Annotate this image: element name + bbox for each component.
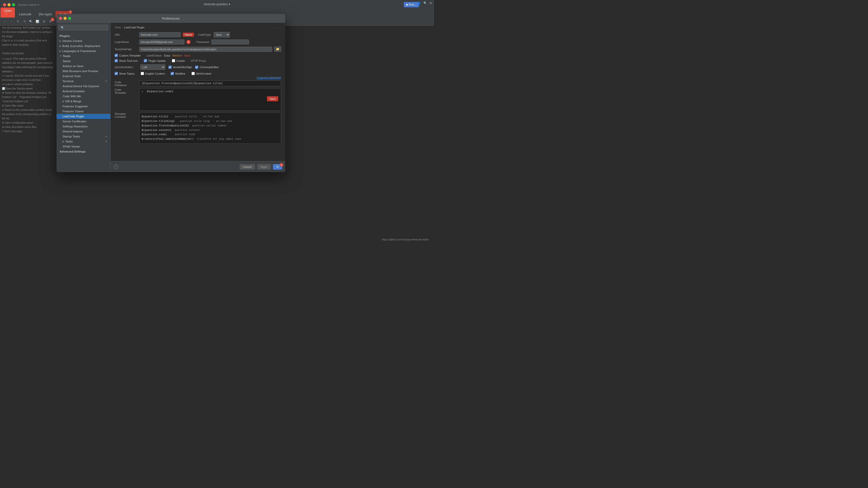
toolbar-btn-chart[interactable]: 📊 [35,19,40,24]
run-button[interactable]: ▶ Run... [404,2,419,7]
name-badge[interactable]: Name [183,33,194,37]
preferences-search-input[interactable] [59,25,108,30]
nav-features-trainer[interactable]: Features Trainer [57,109,110,114]
search-container [57,23,110,32]
nav-terminal[interactable]: Terminal ⚙ [57,79,110,84]
user-icon[interactable]: 👤 [417,1,421,5]
level-hard: Hard [184,54,190,57]
cancel-button[interactable]: Cancel [240,164,255,170]
nav-actions-on-save[interactable]: Actions on Save [57,64,110,69]
password-input[interactable] [211,39,249,44]
code-template-label: Code Template: [115,88,137,94]
nav-settings-repository[interactable]: Settings Repository [57,124,110,129]
toolbar-btn-alt-refresh[interactable]: ↺ [22,19,27,24]
nav-android-file-explorer[interactable]: Android Device File Explorer [57,84,110,89]
html-content-checkbox[interactable]: HtmlContent [191,72,211,75]
folder-browse-btn[interactable]: 📁 [274,47,281,52]
minimize-button[interactable] [7,3,10,6]
custom-config-link[interactable]: CustomConfig(help) [115,76,281,79]
code-filename-input[interactable] [139,81,281,86]
version-control-menu[interactable]: Version control ▾ [18,3,39,6]
tempfilepath-input[interactable] [139,47,272,52]
apply-button[interactable]: Apply [257,164,271,170]
search-icon[interactable]: 🔍 [424,1,427,5]
nav-web-browsers[interactable]: Web Browsers and Preview [57,69,110,73]
github-link[interactable]: https://github.com/shuzijun/leetcode-edi… [382,238,429,241]
codetype-select[interactable]: Java Python C++ [214,32,230,37]
nav-server-certificates[interactable]: Server Certificates [57,119,110,124]
custom-template-checkbox[interactable]: Custom Template [115,54,141,57]
multiline-checkbox[interactable]: Multiline [170,72,185,75]
help-icon-btn[interactable]: ? [114,164,118,169]
toolbar-btn-back[interactable]: ← [2,19,7,24]
code-filename-label: Code FileName: [115,81,137,87]
toolbar-btn-refresh[interactable]: ↻ [15,19,21,24]
url-input[interactable] [139,32,181,37]
nav-version-control[interactable]: ▶ Version Control [57,38,110,43]
nav-startup-tasks[interactable]: Startup Tasks ⚙ [57,134,110,139]
toolbar-btn-forward[interactable]: → [8,19,14,24]
browsing-text: You are browsing "All Problem List" wind… [2,26,55,30]
converge-editor-checkbox[interactable]: ConvergeEditor [195,66,219,69]
maximize-button[interactable] [12,3,15,6]
ide-tip-login: ↪ Log in. (The login accounts of the two… [2,57,55,73]
nav-shared-indexes[interactable]: Shared Indexes [57,129,110,134]
nav-tasks[interactable]: ▶ Tasks ⚙ [57,139,110,144]
pref-traffic-lights [59,17,71,20]
save-button[interactable]: Save [267,96,278,101]
english-content-checkbox[interactable]: English Content [141,72,165,75]
tab-open-badge: 1 [4,11,8,15]
level-colour-label: LevelColour: [147,54,162,57]
load-text: Click ↻ or ↺ to load questions,Click ⇄ t… [2,38,55,47]
url-label: URL: [115,33,137,36]
tab-nologin[interactable]: [No login] [35,11,55,18]
plugin-update-checkbox[interactable]: Plugin Update [144,59,165,62]
settings-icon[interactable]: ⚙ [430,1,432,5]
question-editor-select[interactable]: Left Right [140,64,165,70]
codetype-label: CodeType: [198,33,211,36]
tab-open[interactable]: Open 1 [0,7,15,18]
nav-diff-merge[interactable]: ▶ Diff & Merge [57,99,110,104]
ide-tip-switch: ⇄ Switch to other list windows, includin… [2,91,55,103]
nav-space[interactable]: Space [57,59,110,64]
breadcrumb-forward-btn[interactable]: → [278,26,281,29]
tc-row-code: ${question.code} question code [142,132,279,137]
breadcrumb-current: LeetCode Plugin [124,26,144,29]
nav-build-execution[interactable]: ▶ Build, Execution, Deployment [57,43,110,49]
loginname-row: LoginName: 3 Password: [115,39,281,44]
show-tool-icon-checkbox[interactable]: Show Tool Icon [115,59,138,62]
code-template-editor[interactable]: 1 ${question.code} [139,88,281,111]
nav-code-with-me[interactable]: Code With Me [57,94,110,99]
tc-row-title: ${question.title} question title ex:Two … [142,115,279,119]
config-badge: 2 [51,18,54,21]
nav-plugins[interactable]: Plugins [57,33,110,38]
nav-tools[interactable]: ▼ Tools [57,54,110,59]
code-template-content: ${question.code} [147,90,174,93]
template-constant-label: Template Constant: [115,112,137,118]
pref-min-btn[interactable] [64,17,67,20]
nav-languages-frameworks[interactable]: ▶ Languages & Frameworks [57,49,110,54]
breadcrumb-parent[interactable]: Tools [115,26,121,29]
pref-max-btn[interactable] [68,17,71,20]
nav-leetcode-plugin[interactable]: LeetCode Plugin [57,114,110,119]
show-editor-sign-checkbox[interactable]: showEditorSign [168,66,192,69]
ok-button[interactable]: O 4 [273,164,282,170]
loginname-input[interactable] [139,39,184,44]
ide-tip-clear: ⬇ Clear all problem cache files. [2,125,55,129]
preferences-nav: Plugins ▶ Version Control ▶ Build, Execu… [57,32,110,172]
toolbar-btn-switch[interactable]: ⇄ [41,19,47,24]
breadcrumb-back-btn[interactable]: ← [275,26,277,29]
nav-advanced-settings[interactable]: Advanced Settings [57,149,110,154]
nav-xpath-viewer[interactable]: XPath Viewer [57,144,110,149]
show-topics-checkbox[interactable]: Show Topics [115,72,135,75]
close-button[interactable] [3,3,6,6]
nav-android-emulator[interactable]: Android Emulator [57,89,110,94]
cookie-checkbox[interactable]: Cookie [172,59,185,62]
pref-close-btn[interactable] [59,17,62,20]
toolbar-btn-search[interactable]: 🔍 [28,19,34,24]
ide-tip-config: ⚙ Open configuration panel. [2,121,55,125]
template-constants-box: ${question.title} question title ex:Two … [139,112,281,144]
nav-features-suggester[interactable]: Features Suggester [57,104,110,109]
tab-leetcode[interactable]: Leetcode [15,11,35,18]
nav-external-tools[interactable]: External Tools [57,73,110,79]
